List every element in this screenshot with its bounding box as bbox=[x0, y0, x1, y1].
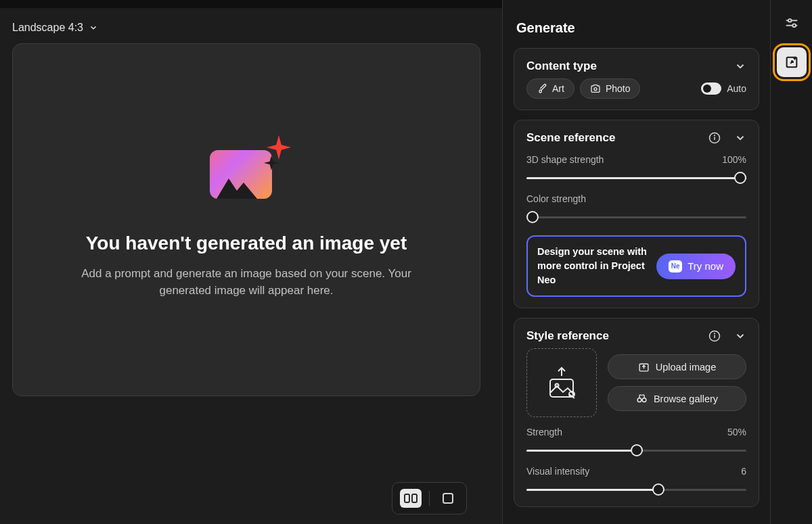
generation-canvas: You haven't generated an image yet Add a… bbox=[12, 43, 480, 396]
svg-point-14 bbox=[642, 398, 646, 402]
browse-gallery-label: Browse gallery bbox=[654, 394, 718, 404]
style-reference-title: Style reference bbox=[526, 329, 609, 343]
svg-point-3 bbox=[594, 88, 597, 91]
svg-rect-2 bbox=[443, 494, 453, 503]
info-icon[interactable] bbox=[708, 132, 721, 144]
try-now-label: Try now bbox=[687, 260, 723, 272]
auto-toggle[interactable] bbox=[701, 82, 721, 95]
color-strength-slider[interactable] bbox=[526, 211, 746, 223]
compare-view-button[interactable] bbox=[400, 489, 422, 508]
visual-intensity-value: 6 bbox=[741, 466, 746, 477]
style-reference-card: Style reference Upload image bbox=[514, 318, 759, 507]
shape-strength-label: 3D shape strength bbox=[526, 154, 604, 165]
style-strength-row: Strength 50% bbox=[526, 427, 746, 456]
info-icon[interactable] bbox=[708, 330, 721, 342]
color-strength-row: Color strength bbox=[526, 193, 746, 223]
settings-button[interactable] bbox=[777, 8, 807, 38]
aspect-ratio-selector[interactable]: Landscape 4:3 bbox=[12, 18, 502, 38]
shape-strength-slider[interactable] bbox=[526, 172, 746, 184]
single-view-button[interactable] bbox=[437, 489, 459, 508]
upload-image-label: Upload image bbox=[656, 362, 716, 373]
svg-point-9 bbox=[715, 333, 715, 334]
upload-icon bbox=[638, 361, 650, 373]
svg-point-6 bbox=[715, 135, 715, 136]
shape-strength-value: 100% bbox=[722, 154, 746, 165]
style-strength-slider[interactable] bbox=[526, 444, 746, 456]
color-strength-label: Color strength bbox=[526, 193, 586, 204]
scene-reference-title: Scene reference bbox=[526, 131, 615, 145]
camera-icon bbox=[590, 83, 601, 94]
empty-state-description: Add a prompt and generate an image based… bbox=[57, 265, 436, 300]
shape-strength-row: 3D shape strength 100% bbox=[526, 154, 746, 184]
upload-image-button[interactable]: Upload image bbox=[608, 354, 746, 379]
art-button[interactable]: Art bbox=[526, 78, 574, 99]
sparkle-large-icon bbox=[267, 135, 291, 160]
chevron-down-icon[interactable] bbox=[734, 60, 746, 72]
view-divider bbox=[429, 491, 430, 506]
brush-icon bbox=[537, 83, 547, 94]
main-content: Landscape 4:3 You haven't generated an i… bbox=[0, 8, 502, 524]
svg-rect-0 bbox=[405, 494, 409, 502]
expand-icon bbox=[784, 55, 799, 70]
main-area: Landscape 4:3 You haven't generated an i… bbox=[0, 0, 502, 524]
neo-banner-text: Design your scene with more control in P… bbox=[537, 245, 648, 287]
svg-point-16 bbox=[788, 19, 791, 22]
upload-image-icon bbox=[545, 366, 579, 400]
visual-intensity-slider[interactable] bbox=[526, 483, 746, 496]
view-mode-switcher bbox=[392, 482, 467, 515]
art-label: Art bbox=[552, 83, 564, 94]
content-type-card: Content type Art Photo Auto bbox=[514, 48, 759, 110]
browse-gallery-button[interactable]: Browse gallery bbox=[608, 386, 746, 411]
content-type-title: Content type bbox=[526, 59, 597, 73]
panel-title: Generate bbox=[514, 20, 759, 36]
style-strength-label: Strength bbox=[526, 427, 562, 437]
svg-point-13 bbox=[637, 398, 641, 402]
chevron-down-icon[interactable] bbox=[734, 330, 746, 342]
chevron-down-icon bbox=[89, 23, 98, 32]
photo-button[interactable]: Photo bbox=[580, 78, 641, 99]
binoculars-icon bbox=[636, 393, 648, 404]
generate-rail-button[interactable] bbox=[777, 47, 807, 77]
side-rail bbox=[770, 0, 812, 524]
visual-intensity-label: Visual intensity bbox=[526, 466, 589, 477]
generate-panel: Generate Content type Art Photo Auto Sce… bbox=[502, 0, 770, 524]
visual-intensity-row: Visual intensity 6 bbox=[526, 466, 746, 496]
mountains-icon bbox=[217, 172, 257, 199]
try-now-button[interactable]: Ne Try now bbox=[656, 254, 736, 279]
aspect-ratio-label: Landscape 4:3 bbox=[12, 22, 83, 34]
scene-reference-card: Scene reference 3D shape strength 100% C… bbox=[514, 120, 759, 308]
sliders-icon bbox=[784, 16, 799, 30]
auto-toggle-label: Auto bbox=[727, 83, 746, 94]
svg-rect-1 bbox=[412, 494, 417, 502]
empty-state-title: You haven't generated an image yet bbox=[86, 233, 407, 254]
chevron-down-icon[interactable] bbox=[734, 132, 746, 144]
style-strength-value: 50% bbox=[727, 427, 746, 437]
top-spacer bbox=[0, 0, 502, 8]
svg-point-18 bbox=[792, 24, 796, 27]
project-neo-banner: Design your scene with more control in P… bbox=[526, 235, 746, 297]
neo-badge: Ne bbox=[669, 260, 682, 272]
photo-label: Photo bbox=[606, 83, 631, 94]
empty-state-illustration bbox=[206, 141, 287, 201]
reference-dropzone[interactable] bbox=[526, 348, 597, 417]
